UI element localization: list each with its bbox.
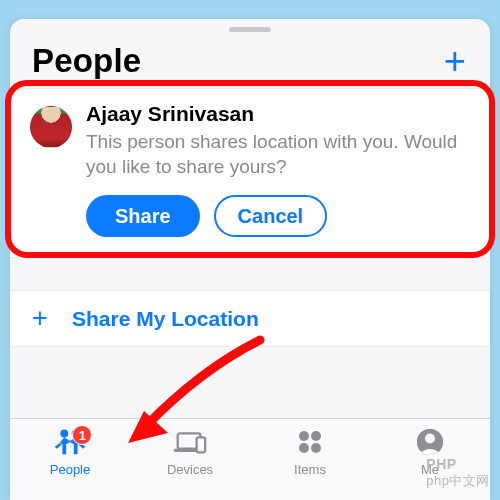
button-row: Share Cancel bbox=[86, 195, 470, 237]
svg-point-8 bbox=[311, 443, 321, 453]
cancel-button[interactable]: Cancel bbox=[214, 195, 328, 237]
content: Ajaay Srinivasan This person shares loca… bbox=[10, 88, 490, 418]
contact-message: This person shares location with you. Wo… bbox=[86, 129, 470, 179]
svg-point-7 bbox=[299, 443, 309, 453]
watermark-line1: PHP bbox=[426, 456, 490, 472]
add-button[interactable]: + bbox=[444, 42, 468, 80]
watermark-line2: php中文网 bbox=[426, 472, 490, 490]
tab-label: Devices bbox=[167, 462, 213, 477]
share-my-location-label: Share My Location bbox=[72, 307, 259, 331]
contact-body: Ajaay Srinivasan This person shares loca… bbox=[86, 102, 470, 237]
plus-icon: + bbox=[32, 305, 72, 332]
svg-point-0 bbox=[60, 429, 68, 437]
share-button[interactable]: Share bbox=[86, 195, 200, 237]
tab-people[interactable]: People 1 bbox=[10, 427, 130, 500]
tab-devices[interactable]: Devices bbox=[130, 427, 250, 500]
tab-label: Items bbox=[294, 462, 326, 477]
tab-bar: People 1 Devices bbox=[10, 418, 490, 500]
avatar bbox=[30, 106, 72, 148]
items-icon bbox=[292, 427, 328, 457]
share-my-location-row[interactable]: + Share My Location bbox=[10, 290, 490, 347]
contact-card[interactable]: Ajaay Srinivasan This person shares loca… bbox=[10, 88, 490, 258]
tab-items[interactable]: Items bbox=[250, 427, 370, 500]
svg-rect-4 bbox=[197, 437, 206, 452]
sheet: People + Ajaay Srinivasan This person sh… bbox=[10, 19, 490, 500]
drag-handle[interactable] bbox=[229, 27, 271, 32]
svg-point-6 bbox=[311, 431, 321, 441]
me-icon bbox=[412, 427, 448, 457]
tab-label: People bbox=[50, 462, 90, 477]
svg-point-14 bbox=[425, 434, 435, 444]
notification-badge: 1 bbox=[72, 425, 92, 445]
contact-name: Ajaay Srinivasan bbox=[86, 102, 470, 126]
page-title: People bbox=[32, 42, 141, 80]
watermark: PHP php中文网 bbox=[426, 456, 490, 490]
header: People + bbox=[10, 38, 490, 88]
svg-point-5 bbox=[299, 431, 309, 441]
devices-icon bbox=[172, 427, 208, 457]
